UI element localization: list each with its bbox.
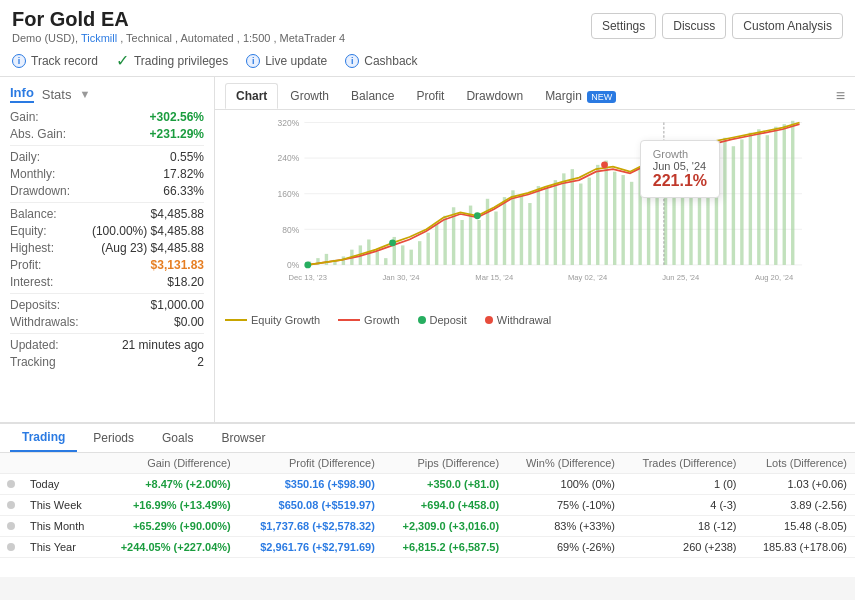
svg-rect-36 xyxy=(528,203,531,265)
stat-monthly-label: Monthly: xyxy=(10,167,55,181)
divider2 xyxy=(10,202,204,203)
divider4 xyxy=(10,333,204,334)
stat-withdrawals-value: $0.00 xyxy=(174,315,204,329)
stat-drawdown-label: Drawdown: xyxy=(10,184,70,198)
stat-profit: Profit: $3,131.83 xyxy=(10,258,204,272)
svg-rect-33 xyxy=(503,197,506,265)
tab-stats[interactable]: Stats xyxy=(42,87,72,102)
tab-margin[interactable]: Margin NEW xyxy=(535,84,626,108)
chart-tabs-row: Chart Growth Balance Profit Drawdown Mar… xyxy=(215,77,855,110)
chart-tooltip: Growth Jun 05, '24 221.1% xyxy=(640,140,720,198)
svg-rect-43 xyxy=(588,178,591,265)
trading-table-container: Gain (Difference) Profit (Difference) Pi… xyxy=(0,453,855,558)
row-label: This Month xyxy=(22,516,100,537)
chart-svg: 320% 240% 160% 80% 0% xyxy=(215,114,855,309)
tooltip-date: Jun 05, '24 xyxy=(653,160,707,172)
row-pips: +350.0 (+81.0) xyxy=(383,474,507,495)
stat-gain-label: Gain: xyxy=(10,110,39,124)
stat-tracking-label: Tracking xyxy=(10,355,56,369)
tab-browser[interactable]: Browser xyxy=(209,425,277,451)
stat-profit-label: Profit: xyxy=(10,258,41,272)
svg-rect-26 xyxy=(443,216,446,265)
tab-balance[interactable]: Balance xyxy=(341,84,404,108)
custom-analysis-button[interactable]: Custom Analysis xyxy=(732,13,843,39)
withdrawal-dot-icon xyxy=(485,316,493,324)
tab-growth[interactable]: Growth xyxy=(280,84,339,108)
settings-button[interactable]: Settings xyxy=(591,13,656,39)
stat-daily-value: 0.55% xyxy=(170,150,204,164)
row-circle xyxy=(0,495,22,516)
table-row: Today +8.47% (+2.00%) $350.16 (+$98.90) … xyxy=(0,474,855,495)
row-trades: 4 (-3) xyxy=(623,495,745,516)
svg-rect-63 xyxy=(757,129,760,265)
svg-rect-34 xyxy=(511,190,514,265)
col-gain: Gain (Difference) xyxy=(100,453,239,474)
chart-settings-icon[interactable]: ≡ xyxy=(836,87,845,105)
growth-label: Growth xyxy=(364,314,399,326)
svg-text:0%: 0% xyxy=(287,260,300,270)
svg-text:Mar 15, '24: Mar 15, '24 xyxy=(475,273,514,282)
svg-point-71 xyxy=(601,161,608,168)
tab-goals[interactable]: Goals xyxy=(150,425,205,451)
col-trades: Trades (Difference) xyxy=(623,453,745,474)
broker-link[interactable]: Tickmill xyxy=(81,32,117,44)
svg-rect-44 xyxy=(596,165,599,265)
stat-profit-value: $3,131.83 xyxy=(151,258,204,272)
table-row: This Month +65.29% (+90.00%) $1,737.68 (… xyxy=(0,516,855,537)
info-icon: i xyxy=(12,54,26,68)
tab-trading[interactable]: Trading xyxy=(10,424,77,452)
row-profit: $650.08 (+$519.97) xyxy=(239,495,383,516)
tab-info[interactable]: Info xyxy=(10,85,34,103)
trading-table: Gain (Difference) Profit (Difference) Pi… xyxy=(0,453,855,558)
subtitle: Demo (USD), Tickmill , Technical , Autom… xyxy=(12,32,345,44)
badge-live-update-label: Live update xyxy=(265,54,327,68)
tab-chart[interactable]: Chart xyxy=(225,83,278,109)
stat-monthly: Monthly: 17.82% xyxy=(10,167,204,181)
svg-rect-66 xyxy=(783,124,786,265)
tab-periods[interactable]: Periods xyxy=(81,425,146,451)
legend-equity-growth: Equity Growth xyxy=(225,314,320,326)
col-lots: Lots (Difference) xyxy=(745,453,855,474)
svg-rect-42 xyxy=(579,184,582,265)
dropdown-arrow-icon[interactable]: ▼ xyxy=(79,88,90,100)
deposit-label: Deposit xyxy=(430,314,467,326)
tab-drawdown[interactable]: Drawdown xyxy=(456,84,533,108)
live-icon: i xyxy=(246,54,260,68)
chart-container: 320% 240% 160% 80% 0% xyxy=(215,110,855,422)
row-trades: 260 (+238) xyxy=(623,537,745,558)
stat-abs-gain: Abs. Gain: +231.29% xyxy=(10,127,204,141)
tooltip-label: Growth xyxy=(653,148,707,160)
stat-interest: Interest: $18.20 xyxy=(10,275,204,289)
row-trades: 18 (-12) xyxy=(623,516,745,537)
stat-tracking: Tracking 2 xyxy=(10,355,204,369)
row-pips: +694.0 (+458.0) xyxy=(383,495,507,516)
stat-highest-label: Highest: xyxy=(10,241,54,255)
svg-rect-28 xyxy=(460,220,463,265)
svg-rect-62 xyxy=(749,133,752,265)
svg-text:Jan 30, '24: Jan 30, '24 xyxy=(383,273,421,282)
svg-rect-22 xyxy=(410,250,413,265)
svg-rect-64 xyxy=(766,135,769,265)
row-trades: 1 (0) xyxy=(623,474,745,495)
svg-rect-41 xyxy=(571,169,574,265)
legend-withdrawal: Withdrawal xyxy=(485,314,551,326)
row-gain: +8.47% (+2.00%) xyxy=(100,474,239,495)
row-win: 83% (+33%) xyxy=(507,516,623,537)
legend-deposit: Deposit xyxy=(418,314,467,326)
badge-cashback: i Cashback xyxy=(345,54,417,68)
row-pips: +2,309.0 (+3,016.0) xyxy=(383,516,507,537)
row-lots: 15.48 (-8.05) xyxy=(745,516,855,537)
discuss-button[interactable]: Discuss xyxy=(662,13,726,39)
row-profit: $350.16 (+$98.90) xyxy=(239,474,383,495)
growth-line-icon xyxy=(338,319,360,321)
deposit-dot-icon xyxy=(418,316,426,324)
divider3 xyxy=(10,293,204,294)
svg-rect-32 xyxy=(494,212,497,265)
svg-text:320%: 320% xyxy=(278,118,300,128)
stat-tracking-value: 2 xyxy=(197,355,204,369)
svg-rect-35 xyxy=(520,195,523,265)
stat-balance-label: Balance: xyxy=(10,207,57,221)
header-buttons: Settings Discuss Custom Analysis xyxy=(591,13,843,39)
tab-profit[interactable]: Profit xyxy=(406,84,454,108)
stat-deposits-label: Deposits: xyxy=(10,298,60,312)
